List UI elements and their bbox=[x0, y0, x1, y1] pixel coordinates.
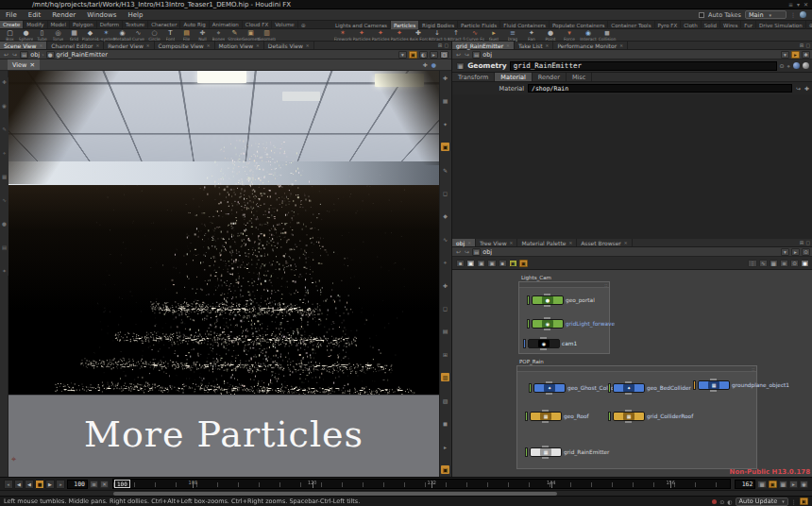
folder-tab-transform[interactable]: Transform bbox=[452, 73, 495, 81]
menu-help[interactable]: Help bbox=[122, 11, 148, 19]
view-tool-icon-9[interactable]: ✦ bbox=[2, 268, 7, 274]
input-connector[interactable] bbox=[544, 317, 550, 319]
viewer-tab-composite-view[interactable]: Composite View✕ bbox=[155, 42, 215, 49]
display-option-icon-12[interactable]: ▤ bbox=[441, 327, 449, 335]
shelf-tool-sphere[interactable]: ●Sphere bbox=[18, 29, 34, 42]
audio-icon[interactable]: ▦ bbox=[757, 481, 766, 488]
menu-render[interactable]: Render bbox=[46, 11, 81, 19]
shelf-tool-drag[interactable]: ≡Drag bbox=[503, 29, 522, 42]
close-icon[interactable]: ✕ bbox=[39, 43, 42, 48]
display-flag[interactable] bbox=[525, 447, 528, 457]
add-shelf-tab-icon[interactable]: ⊕ bbox=[298, 21, 309, 28]
gray-sphere-icon[interactable] bbox=[803, 62, 809, 69]
shelf-tab-solid[interactable]: Solid bbox=[702, 21, 720, 29]
snapshot-icon[interactable]: ▣ bbox=[409, 51, 417, 59]
view-tab[interactable]: View ✕ bbox=[8, 59, 40, 70]
maximize-pane-icon[interactable]: ◻ bbox=[805, 42, 810, 48]
path-level-icon[interactable]: ▤ bbox=[20, 51, 28, 59]
breadcrumb-root[interactable]: obj bbox=[30, 51, 40, 59]
display-option-icon-13[interactable]: ⊞ bbox=[441, 350, 449, 359]
current-frame-field[interactable]: 100 bbox=[67, 480, 88, 489]
display-flag[interactable] bbox=[529, 383, 532, 393]
shelf-tab-volume[interactable]: Volume bbox=[272, 21, 297, 28]
flag-badge-icon[interactable]: ▣ bbox=[519, 260, 528, 267]
param-tab-take-list[interactable]: Take List✕ bbox=[515, 42, 553, 49]
close-icon[interactable]: ✕ bbox=[506, 43, 510, 48]
viewer-tab-details-view[interactable]: Details View✕ bbox=[264, 42, 314, 49]
display-flag[interactable] bbox=[527, 319, 530, 329]
display-option-icon-6[interactable]: ◻ bbox=[441, 189, 449, 197]
shelf-tab-lights-and-cameras[interactable]: Lights and Cameras bbox=[332, 21, 391, 29]
node-body[interactable]: ▦ bbox=[530, 412, 562, 421]
shelf-tool-geometry[interactable]: ▣Geometry bbox=[243, 29, 259, 42]
shelf-tool-tube[interactable]: ▯Tube bbox=[34, 29, 50, 42]
shelf-tool-stroke[interactable]: ✎Stroke bbox=[227, 29, 243, 42]
play-path-icon[interactable]: ▸ bbox=[791, 248, 800, 256]
wire-style-icon[interactable]: ∿ bbox=[759, 260, 768, 267]
shelf-tool-attract-fro[interactable]: ↑Attract fro bbox=[447, 29, 465, 42]
back-arrow-icon[interactable]: ↩ bbox=[455, 51, 462, 58]
path-dropdown-icon[interactable]: ▾ bbox=[398, 51, 407, 59]
window-minimize-icon[interactable]: ▾ bbox=[797, 1, 800, 8]
menu-file[interactable]: File bbox=[0, 11, 23, 19]
display-flag[interactable] bbox=[608, 383, 611, 393]
shelf-tool-l-system[interactable]: ✶L-system bbox=[98, 29, 114, 42]
range-limit-icon[interactable]: ≡ bbox=[90, 481, 98, 488]
comment-badge-icon[interactable]: ▣ bbox=[509, 260, 517, 267]
display-mode-icon[interactable]: ▣ bbox=[466, 260, 475, 267]
shelf-tab-drive-simulation[interactable]: Drive Simulation bbox=[756, 21, 806, 29]
view-tool-icon-4[interactable]: ⌖ bbox=[3, 150, 6, 156]
network-tab-asset-browser[interactable]: Asset Browser✕ bbox=[577, 239, 632, 246]
shelf-tool-curve[interactable]: ∿Curve bbox=[130, 29, 146, 42]
input-connector[interactable] bbox=[546, 381, 552, 383]
view-tool-icon-3[interactable]: ✎ bbox=[2, 126, 7, 132]
jump-start-button[interactable]: « bbox=[4, 480, 13, 489]
step-icon[interactable]: ▸ bbox=[789, 481, 798, 488]
realtime-toggle-icon[interactable]: ▣ bbox=[769, 481, 777, 488]
play-path-icon[interactable]: ▸ bbox=[430, 51, 438, 59]
close-icon[interactable]: ✕ bbox=[207, 43, 211, 48]
node-body[interactable]: ▦ bbox=[613, 412, 645, 421]
range-clear-icon[interactable]: ✕ bbox=[100, 481, 109, 488]
display-flag[interactable] bbox=[525, 412, 528, 421]
display-option-icon-10[interactable]: ✚ bbox=[441, 281, 449, 290]
display-option-icon-11[interactable]: ◻ bbox=[441, 304, 449, 312]
display-option-icon-17[interactable]: ▸ bbox=[441, 443, 449, 451]
display-option-icon-14[interactable]: ▥ bbox=[441, 373, 449, 381]
viewer-tab-render-view[interactable]: Render View✕ bbox=[104, 42, 154, 49]
network-box-pop_rain[interactable]: ∷POP_Rain✦geo_Ghost_Collider✦geo_BedColl… bbox=[516, 365, 757, 469]
overview-icon[interactable]: ◼ bbox=[801, 260, 809, 267]
display-option-icon-18[interactable]: ▣ bbox=[441, 465, 449, 474]
split-pane-icon[interactable]: ⊞ bbox=[800, 42, 804, 48]
view-tool-icon-5[interactable]: ▦ bbox=[2, 174, 7, 179]
window-controls[interactable]: ≡ ▾ ✕ bbox=[788, 1, 812, 8]
folder-tab-misc[interactable]: Misc bbox=[567, 73, 592, 81]
shelf-tool-fireworks[interactable]: ✶Fireworks bbox=[333, 29, 352, 42]
folder-tab-material[interactable]: Material bbox=[495, 73, 532, 81]
shelf-tool-attract-to[interactable]: ↓Attract to bbox=[428, 29, 447, 42]
close-icon[interactable]: ✕ bbox=[619, 43, 623, 48]
viewer-tab-motion-view[interactable]: Motion View✕ bbox=[215, 42, 264, 49]
shelf-tool-particles-fr[interactable]: ✦Particles fr bbox=[371, 29, 390, 42]
shelf-tool-collision-d[interactable]: ◼Collision D bbox=[598, 29, 617, 42]
crosshair-icon[interactable]: ✚ bbox=[423, 61, 428, 68]
playbar-settings-icon[interactable]: ◉ bbox=[800, 481, 808, 488]
output-connector[interactable] bbox=[710, 390, 717, 392]
auto-takes-checkbox[interactable] bbox=[699, 12, 704, 18]
network-tab-tree-view[interactable]: Tree View✕ bbox=[476, 239, 517, 246]
display-flag[interactable] bbox=[523, 339, 526, 348]
display-flag[interactable] bbox=[693, 380, 696, 390]
shelf-tool-grid[interactable]: ▦Grid bbox=[66, 29, 82, 42]
kebab-menu-icon[interactable]: ⋮ bbox=[791, 498, 797, 505]
shelf-tool-metaball[interactable]: ◉Metaball bbox=[114, 29, 130, 42]
shelf-tab-particles[interactable]: Particles bbox=[391, 21, 419, 29]
close-icon[interactable]: ✕ bbox=[546, 43, 550, 48]
node-geo_roof[interactable]: ▦geo_Roof bbox=[525, 412, 589, 421]
input-connector[interactable] bbox=[542, 410, 549, 412]
shelf-tool-geometry[interactable]: ▥Geometry bbox=[259, 29, 275, 42]
viewer-tab-scene-view[interactable]: Scene View✕ bbox=[0, 42, 47, 49]
viewer-tab-channel-editor[interactable]: Channel Editor✕ bbox=[47, 42, 104, 49]
half-tone-icon[interactable]: ◐ bbox=[419, 51, 428, 59]
output-connector[interactable] bbox=[542, 457, 549, 459]
end-frame-field[interactable]: 162 bbox=[735, 480, 755, 489]
